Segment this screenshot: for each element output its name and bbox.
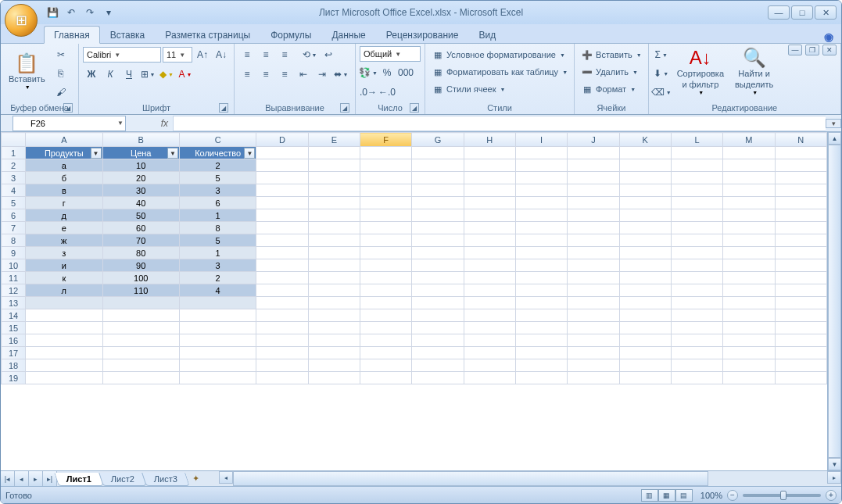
- normal-view-button[interactable]: ▥: [641, 489, 658, 502]
- cell-D8[interactable]: [256, 234, 308, 247]
- cell-I6[interactable]: [515, 209, 567, 222]
- cell-F6[interactable]: [360, 209, 412, 222]
- cell-N15[interactable]: [775, 322, 826, 334]
- wrap-text-button[interactable]: ↩: [320, 46, 337, 63]
- cell-D7[interactable]: [256, 222, 308, 234]
- align-left-button[interactable]: ≡: [238, 66, 256, 83]
- number-launcher[interactable]: ◢: [410, 103, 419, 113]
- cell-D2[interactable]: [256, 159, 308, 172]
- fx-button[interactable]: fx: [126, 118, 173, 129]
- insert-sheet-button[interactable]: ✦: [188, 471, 203, 486]
- cell-G9[interactable]: [412, 247, 464, 259]
- cell-F5[interactable]: [360, 197, 412, 209]
- cell-J10[interactable]: [568, 259, 619, 272]
- cell-M4[interactable]: [723, 184, 775, 197]
- cell-D1[interactable]: [256, 147, 308, 159]
- cell-E7[interactable]: [308, 222, 360, 234]
- cell-C17[interactable]: [179, 347, 256, 359]
- cell-M16[interactable]: [723, 334, 775, 347]
- cell-M18[interactable]: [723, 359, 775, 372]
- cell-G15[interactable]: [412, 322, 464, 334]
- row-header-10[interactable]: 10: [2, 259, 26, 272]
- cell-B19[interactable]: [102, 372, 179, 384]
- cell-A4[interactable]: в: [26, 184, 102, 197]
- redo-button[interactable]: ↷: [82, 5, 98, 20]
- cell-G2[interactable]: [412, 159, 464, 172]
- cell-B5[interactable]: 40: [102, 197, 179, 209]
- row-header-16[interactable]: 16: [2, 334, 26, 347]
- cell-B6[interactable]: 50: [102, 209, 179, 222]
- column-header-D[interactable]: D: [256, 133, 308, 147]
- scroll-up-button[interactable]: ▲: [828, 132, 841, 145]
- cut-button[interactable]: ✂: [52, 46, 70, 63]
- cell-L1[interactable]: [671, 147, 722, 159]
- tab-data[interactable]: Данные: [321, 26, 375, 43]
- page-break-view-button[interactable]: ▤: [675, 489, 693, 502]
- cell-A13[interactable]: [26, 297, 102, 309]
- cell-H2[interactable]: [464, 159, 515, 172]
- column-header-E[interactable]: E: [308, 133, 360, 147]
- cell-M1[interactable]: [723, 147, 775, 159]
- cell-H6[interactable]: [464, 209, 515, 222]
- filter-dropdown-icon[interactable]: ▼: [91, 148, 102, 159]
- zoom-slider-thumb[interactable]: [780, 491, 786, 500]
- conditional-formatting-button[interactable]: ▦Условное форматирование▼: [429, 46, 568, 63]
- cell-M15[interactable]: [723, 322, 775, 334]
- cell-G17[interactable]: [412, 347, 464, 359]
- cell-M13[interactable]: [723, 297, 775, 309]
- cell-B1[interactable]: Цена▼: [102, 147, 179, 159]
- font-size-combo[interactable]: 11▼: [163, 47, 192, 63]
- cell-K9[interactable]: [619, 247, 671, 259]
- format-painter-button[interactable]: 🖌: [52, 84, 70, 101]
- expand-formula-bar[interactable]: ▾: [826, 119, 841, 128]
- cell-J15[interactable]: [568, 322, 619, 334]
- cell-F9[interactable]: [360, 247, 412, 259]
- cell-N8[interactable]: [775, 234, 826, 247]
- cell-A12[interactable]: л: [26, 284, 102, 297]
- cell-I11[interactable]: [515, 272, 567, 284]
- cell-I16[interactable]: [515, 334, 567, 347]
- sheet-tab-Лист2[interactable]: Лист2: [99, 473, 147, 486]
- cell-F3[interactable]: [360, 172, 412, 184]
- cell-C3[interactable]: 5: [179, 172, 256, 184]
- maximize-button[interactable]: □: [791, 5, 813, 20]
- cell-G5[interactable]: [412, 197, 464, 209]
- cell-I9[interactable]: [515, 247, 567, 259]
- align-launcher[interactable]: ◢: [340, 103, 349, 113]
- cell-B8[interactable]: 70: [102, 234, 179, 247]
- row-header-13[interactable]: 13: [2, 297, 26, 309]
- cell-C1[interactable]: Количество▼: [179, 147, 256, 159]
- cell-K8[interactable]: [619, 234, 671, 247]
- cell-G1[interactable]: [412, 147, 464, 159]
- close-button[interactable]: ✕: [815, 5, 837, 20]
- cell-D5[interactable]: [256, 197, 308, 209]
- cell-F2[interactable]: [360, 159, 412, 172]
- cell-A7[interactable]: е: [26, 222, 102, 234]
- cell-C8[interactable]: 5: [179, 234, 256, 247]
- font-launcher[interactable]: ◢: [219, 103, 228, 113]
- cell-E14[interactable]: [308, 309, 360, 322]
- cell-E5[interactable]: [308, 197, 360, 209]
- cell-C16[interactable]: [179, 334, 256, 347]
- prev-sheet-button[interactable]: ◂: [15, 471, 29, 486]
- filter-dropdown-icon[interactable]: ▼: [244, 148, 255, 159]
- cell-J9[interactable]: [568, 247, 619, 259]
- cell-H14[interactable]: [464, 309, 515, 322]
- cell-E3[interactable]: [308, 172, 360, 184]
- cell-C10[interactable]: 3: [179, 259, 256, 272]
- zoom-slider[interactable]: [743, 494, 821, 497]
- bold-button[interactable]: Ж: [83, 66, 100, 83]
- doc-close[interactable]: ✕: [822, 45, 837, 55]
- cell-H5[interactable]: [464, 197, 515, 209]
- cell-H4[interactable]: [464, 184, 515, 197]
- cell-F19[interactable]: [360, 372, 412, 384]
- row-header-4[interactable]: 4: [2, 184, 26, 197]
- cell-E15[interactable]: [308, 322, 360, 334]
- delete-cells-button[interactable]: ➖Удалить▼: [579, 63, 640, 80]
- cell-D18[interactable]: [256, 359, 308, 372]
- cell-F15[interactable]: [360, 322, 412, 334]
- cell-C4[interactable]: 3: [179, 184, 256, 197]
- cell-F4[interactable]: [360, 184, 412, 197]
- cell-B9[interactable]: 80: [102, 247, 179, 259]
- cell-C15[interactable]: [179, 322, 256, 334]
